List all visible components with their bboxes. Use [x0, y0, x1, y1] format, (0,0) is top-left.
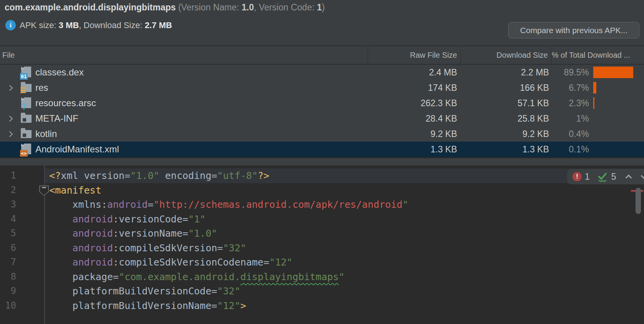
- percent-label: 0.1%: [551, 144, 589, 155]
- download-size-cell: 2.2 MB: [460, 65, 551, 80]
- file-name-cell: kotlin: [0, 126, 367, 142]
- percent-bar: [593, 82, 596, 94]
- version-prefix: (Version Name:: [176, 2, 242, 12]
- table-row[interactable]: ?resources.arsc262.3 KB57.1 KB2.3%: [0, 95, 644, 111]
- folder-shape: [21, 130, 32, 138]
- table-editor-divider: [0, 157, 644, 165]
- code-token: android: [49, 242, 113, 254]
- editor-scrollbar-thumb[interactable]: [636, 188, 641, 214]
- percent-bar-track: [593, 82, 638, 94]
- table-row[interactable]: res174 KB166 KB6.7%: [0, 80, 644, 95]
- download-size-value: 2.7 MB: [145, 20, 172, 30]
- code-text: platformBuildVersionCode="32": [49, 284, 240, 299]
- line-number: 8: [0, 270, 16, 284]
- apk-size-line: i APK size: 3 MB, Download Size: 2.7 MB: [5, 20, 172, 30]
- code-line[interactable]: 7 android:compileSdkVersionCodename="12": [0, 255, 644, 270]
- table-row[interactable]: <>AndroidManifest.xml1.3 KB1.3 KB0.1%: [0, 142, 644, 157]
- download-size-cell: 166 KB: [460, 80, 551, 95]
- file-name-cell: res: [0, 80, 367, 95]
- manifest-editor[interactable]: 1<?xml version="1.0" encoding="utf-8"?>2…: [0, 165, 644, 324]
- code-token: "32": [223, 242, 246, 254]
- code-line[interactable]: 3 xmlns:android="http://schemas.android.…: [0, 197, 644, 212]
- line-number: 2: [0, 183, 16, 198]
- expand-chevron-icon[interactable]: [7, 115, 13, 122]
- file-name-label: kotlin: [35, 129, 57, 139]
- percent-bar-track: [593, 97, 638, 109]
- column-header-file[interactable]: File: [0, 46, 367, 64]
- code-line[interactable]: 8 package="com.example.android.displayin…: [0, 270, 644, 284]
- column-header-raw-file-size[interactable]: Raw File Size: [367, 46, 460, 64]
- twisty-box: [5, 117, 20, 121]
- error-icon[interactable]: !: [572, 172, 582, 181]
- file-type-badge: <>: [20, 150, 28, 157]
- code-token: :compileSdkVersion=: [113, 242, 223, 254]
- file-name-label: META-INF: [35, 113, 78, 124]
- percent-bar-track: [593, 144, 638, 155]
- code-token: "http://schemas.android.com/apk/res/andr…: [153, 199, 402, 210]
- table-row[interactable]: 01classes.dex2.4 MB2.2 MB89.5%: [0, 65, 644, 80]
- code-token: package=: [49, 271, 119, 282]
- info-icon: i: [5, 20, 16, 30]
- code-text: android:versionCode="1": [49, 212, 205, 227]
- previous-problem-button[interactable]: [625, 174, 632, 181]
- file-name-label: AndroidManifest.xml: [35, 144, 119, 155]
- code-text: package="com.example.android.displayingb…: [49, 270, 345, 284]
- folder-hole: [23, 134, 26, 137]
- check-squiggle-icon[interactable]: [597, 171, 608, 182]
- table-row[interactable]: META-INF28.4 KB25.8 KB1%: [0, 111, 644, 126]
- code-line[interactable]: 6 android:compileSdkVersion="32": [0, 241, 644, 256]
- code-token: =: [148, 199, 153, 210]
- table-header: File Raw File Size Download Size % of To…: [0, 45, 644, 65]
- version-code: 1: [317, 2, 322, 12]
- code-token: "utf-8": [217, 170, 258, 181]
- line-number: 7: [0, 255, 16, 270]
- compare-with-previous-apk-button[interactable]: Compare with previous APK...: [508, 22, 639, 38]
- line-number: 6: [0, 241, 16, 256]
- next-problem-button[interactable]: [641, 172, 644, 179]
- code-token: android: [107, 199, 148, 210]
- code-line[interactable]: 5 android:versionName="1.0": [0, 226, 644, 241]
- code-token: :versionCode=: [113, 214, 189, 225]
- file-name-cell: <>AndroidManifest.xml: [0, 142, 367, 157]
- code-token: >: [240, 300, 246, 311]
- column-header-download-size[interactable]: Download Size: [460, 46, 551, 64]
- code-token: "12": [217, 300, 240, 311]
- code-token: xml version=: [61, 170, 130, 181]
- code-area[interactable]: 1<?xml version="1.0" encoding="utf-8"?>2…: [0, 169, 644, 313]
- table-row[interactable]: kotlin9.2 KB9.2 KB0.4%: [0, 126, 644, 142]
- code-line[interactable]: 9 platformBuildVersionCode="32": [0, 284, 644, 299]
- raw-file-size-cell: 2.4 MB: [367, 65, 460, 80]
- code-line[interactable]: 1<?xml version="1.0" encoding="utf-8"?>: [0, 169, 644, 183]
- code-text: android:versionName="1.0": [49, 226, 217, 241]
- percent-cell: 2.3%: [551, 95, 644, 111]
- code-token: "com.example.android.: [119, 271, 240, 282]
- code-line[interactable]: 10 platformBuildVersionName="12">: [0, 299, 644, 313]
- code-token: :compileSdkVersionCodename=: [113, 257, 269, 268]
- code-token: platformBuildVersionCode=: [49, 286, 217, 297]
- percent-label: 89.5%: [551, 67, 589, 78]
- code-line[interactable]: 2<manifest: [0, 183, 644, 198]
- apk-size-value: 3 MB: [58, 20, 79, 30]
- code-token: :versionName=: [113, 228, 189, 239]
- fold-minus-icon: [42, 187, 46, 188]
- column-header-percent-of-total-download[interactable]: % of Total Download ...: [551, 46, 644, 64]
- apk-file-table: File Raw File Size Download Size % of To…: [0, 45, 644, 157]
- code-token: <?: [49, 170, 61, 181]
- expand-chevron-icon[interactable]: [7, 131, 13, 137]
- inspections-widget: ! 1 5: [567, 169, 644, 184]
- version-mid: , Version Code:: [254, 2, 317, 12]
- file-name-label: resources.arsc: [35, 98, 96, 109]
- folder-shape: [21, 115, 32, 123]
- code-line[interactable]: 4 android:versionCode="1": [0, 212, 644, 227]
- expand-chevron-icon[interactable]: [7, 85, 13, 91]
- folder-hole: [23, 118, 26, 122]
- res-lines: [20, 86, 26, 93]
- code-token: displayingbitmaps: [240, 271, 339, 282]
- percent-cell: 0.1%: [551, 142, 644, 157]
- twisty-box: [5, 86, 20, 90]
- code-fold-toggle[interactable]: [39, 185, 49, 196]
- file-name-cell: META-INF: [0, 111, 367, 126]
- code-token: encoding=: [159, 170, 217, 181]
- app-id: com.example.android.displayingbitmaps: [5, 2, 176, 12]
- res-folder-icon: [20, 81, 32, 94]
